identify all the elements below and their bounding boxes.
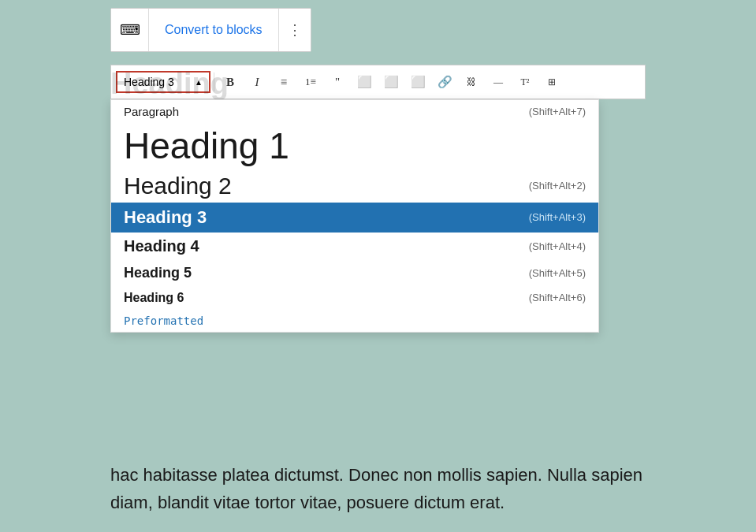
table-button[interactable]: ⊞ [539,69,564,95]
unordered-list-button[interactable]: ≡ [271,69,296,95]
unlink-button[interactable]: ⛓ [459,69,484,95]
h2-shortcut: (Shift+Alt+2) [529,180,586,192]
dropdown-item-preformatted[interactable]: Preformatted [111,310,598,332]
h5-label: Heading 5 [124,265,192,281]
link-button[interactable]: 🔗 [432,69,457,95]
align-center-button[interactable]: ⬜ [378,69,404,95]
ordered-list-button[interactable]: 1≡ [298,69,323,95]
h1-label: Heading 1 [124,123,289,169]
top-toolbar: ⌨ Convert to blocks ⋮ [110,8,311,52]
h3-label: Heading 3 [124,207,207,228]
more-rich-text-button[interactable]: — [486,69,511,95]
align-right-button[interactable]: ⬜ [405,69,430,95]
paragraph-label: Paragraph [124,105,179,118]
h4-label: Heading 4 [124,237,199,255]
format-dropdown-menu: Paragraph (Shift+Alt+7) Heading 1 Headin… [110,99,599,333]
preformatted-label: Preformatted [124,314,203,327]
h3-shortcut: (Shift+Alt+3) [529,211,586,223]
paragraph-shortcut: (Shift+Alt+7) [529,106,586,117]
page-heading-text: Heading [110,67,229,101]
h6-shortcut: (Shift+Alt+6) [529,292,586,303]
h2-label: Heading 2 [124,173,232,199]
bottom-paragraph: hac habitasse platea dictumst. Donec non… [110,461,646,516]
superscript-button[interactable]: T² [512,69,538,95]
dropdown-item-h3[interactable]: Heading 3 (Shift+Alt+3) [111,203,598,233]
convert-to-blocks-button[interactable]: Convert to blocks [149,9,279,51]
h5-shortcut: (Shift+Alt+5) [529,267,586,279]
dropdown-item-h2[interactable]: Heading 2 (Shift+Alt+2) [111,169,598,203]
blockquote-button[interactable]: " [325,69,350,95]
h4-shortcut: (Shift+Alt+4) [529,240,586,252]
italic-button[interactable]: I [244,69,270,95]
dropdown-item-h4[interactable]: Heading 4 (Shift+Alt+4) [111,233,598,260]
h6-label: Heading 6 [124,291,184,305]
keyboard-icon-button[interactable]: ⌨ [111,9,149,51]
dropdown-item-h6[interactable]: Heading 6 (Shift+Alt+6) [111,286,598,310]
dropdown-item-h1[interactable]: Heading 1 [111,123,598,169]
align-left-button[interactable]: ⬜ [352,69,377,95]
dropdown-item-paragraph[interactable]: Paragraph (Shift+Alt+7) [111,100,598,123]
more-options-button[interactable]: ⋮ [279,9,311,51]
dropdown-item-h5[interactable]: Heading 5 (Shift+Alt+5) [111,260,598,286]
bottom-paragraph-text: hac habitasse platea dictumst. Donec non… [110,465,642,512]
